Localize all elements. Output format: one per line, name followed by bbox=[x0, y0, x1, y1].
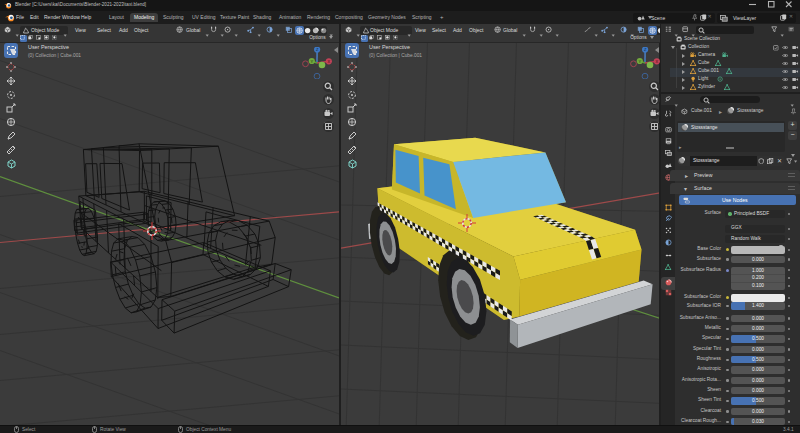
svg-text:X: X bbox=[655, 59, 658, 64]
svg-text:Y: Y bbox=[310, 59, 313, 64]
svg-text:X: X bbox=[327, 59, 330, 64]
svg-text:Y: Y bbox=[638, 59, 641, 64]
